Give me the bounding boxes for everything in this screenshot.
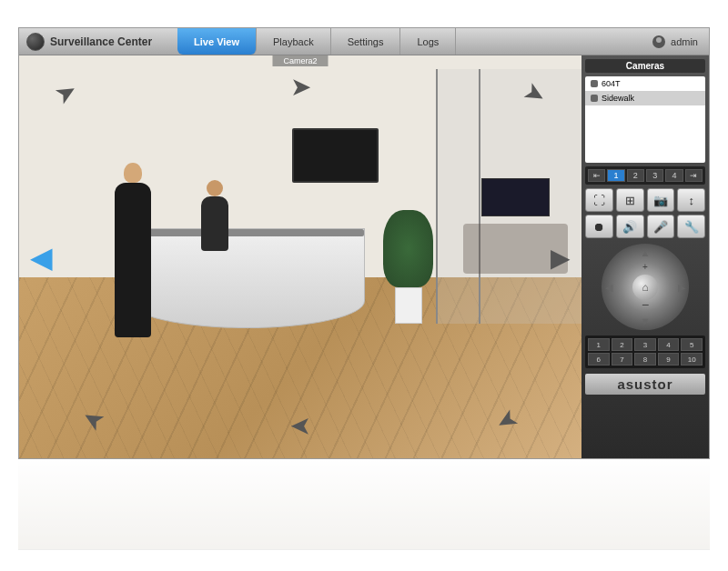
joystick-down-icon[interactable]: ▼ [641,316,651,326]
grid-view-button[interactable]: ⊞ [616,188,644,212]
joystick-up-icon[interactable]: ▲ [641,247,651,258]
brand-label: asustor [585,374,705,395]
preset-4-button[interactable]: 4 [658,338,680,351]
settings-button[interactable]: 🔧 [677,215,705,238]
snapshot-button[interactable]: 📷 [647,188,675,212]
audio-button[interactable]: 🔊 [616,215,644,238]
reflection-effect [18,459,710,550]
camera-item[interactable]: 604T [585,76,705,91]
layout-1-button[interactable]: 1 [607,169,624,182]
preset-1-button[interactable]: 1 [588,338,610,351]
logo-area: Surveillance Center [19,33,159,51]
camera-feed [19,55,581,458]
zoom-in-button[interactable]: + [642,262,648,272]
ptz-joystick: ▲ ▼ ◀ ▶ + − ⌂ [602,244,689,330]
layout-next-button[interactable]: ⇥ [685,169,703,182]
stretch-button[interactable]: ↕ [677,188,705,212]
layout-3-button[interactable]: 3 [646,169,663,182]
camera-viewport[interactable]: Camera2 ➤ ➤ ➤ ◀ ▶ ➤ ➤ ➤ [19,55,581,458]
side-panel: Cameras 604T Sidewalk ⇤ 1 2 3 4 ⇥ [581,55,709,458]
header-bar: Surveillance Center Live View Playback S… [19,28,709,55]
preset-9-button[interactable]: 9 [658,353,680,366]
layout-selector: ⇤ 1 2 3 4 ⇥ [585,166,705,185]
camera-name: Sidewalk [602,94,634,103]
preset-5-button[interactable]: 5 [681,338,703,351]
nav-tabs: Live View Playback Settings Logs [177,28,456,55]
camera-name: 604T [602,79,621,88]
camera-item[interactable]: Sidewalk [585,91,705,105]
app-logo-icon [26,33,45,51]
joystick-home-button[interactable]: ⌂ [632,275,658,300]
preset-10-button[interactable]: 10 [681,353,703,366]
camera-icon [591,95,598,102]
tab-settings[interactable]: Settings [331,28,401,55]
layout-2-button[interactable]: 2 [627,169,644,182]
app-window: Surveillance Center Live View Playback S… [18,27,710,459]
camera-label: Camera2 [272,55,328,66]
mic-button[interactable]: 🎤 [647,215,675,238]
ptz-arrow-right-icon[interactable]: ▶ [551,242,571,272]
user-icon [652,35,665,48]
preset-3-button[interactable]: 3 [634,338,656,351]
control-grid: ⛶ ⊞ 📷 ↕ ⏺ 🔊 🎤 🔧 [585,188,705,238]
joystick-left-icon[interactable]: ◀ [605,281,612,293]
ptz-arrow-up-icon[interactable]: ➤ [290,72,311,102]
preset-2-button[interactable]: 2 [612,338,633,351]
ptz-arrow-left-icon[interactable]: ◀ [30,240,53,275]
camera-icon [591,80,598,87]
panel-header: Cameras [585,59,705,73]
preset-7-button[interactable]: 7 [612,353,633,366]
user-area[interactable]: admin [642,35,709,48]
tab-logs[interactable]: Logs [400,28,456,55]
fullscreen-button[interactable]: ⛶ [585,188,613,212]
tab-live-view[interactable]: Live View [177,28,257,55]
tab-playback[interactable]: Playback [257,28,331,55]
preset-grid: 1 2 3 4 5 6 7 8 9 10 [585,336,705,368]
ptz-arrow-down-icon[interactable]: ➤ [290,412,311,442]
preset-6-button[interactable]: 6 [588,353,610,366]
camera-list: 604T Sidewalk [585,76,705,163]
layout-4-button[interactable]: 4 [665,169,682,182]
app-title: Surveillance Center [50,35,152,48]
joystick-right-icon[interactable]: ▶ [678,281,685,293]
layout-prev-button[interactable]: ⇤ [588,169,605,182]
main-area: Camera2 ➤ ➤ ➤ ◀ ▶ ➤ ➤ ➤ Cameras 604T Sid… [19,55,709,458]
user-name: admin [671,36,698,47]
record-button[interactable]: ⏺ [585,215,613,238]
preset-8-button[interactable]: 8 [634,353,656,366]
